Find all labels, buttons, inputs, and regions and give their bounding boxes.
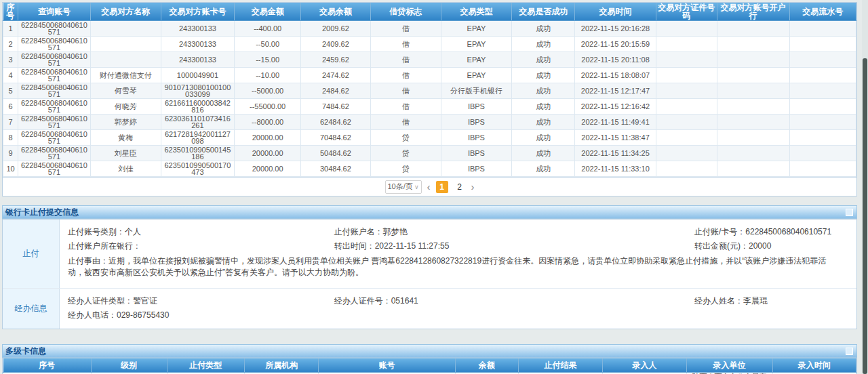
cell-counterparty-id (656, 161, 717, 177)
cell-type: 分行版手机银行 (441, 83, 512, 99)
transactions-table: 序号查询账号交易对方名称交易对方账卡号交易金额交易余额借贷标志交易类型交易是否成… (3, 3, 856, 177)
cell-debit-credit-flag: 借 (370, 115, 441, 130)
cell-counterparty-id (656, 52, 717, 68)
cell-serial (789, 99, 856, 115)
cell-seq: 1 (3, 21, 18, 37)
cell-counterparty-name: 刘佳 (90, 161, 161, 177)
cell-debit-credit-flag: 借 (370, 52, 441, 68)
stop-payment-section-bar: 银行卡止付提交信息 (2, 205, 857, 219)
cell-debit-credit-flag: 贷 (370, 130, 441, 146)
cell-success: 成功 (512, 68, 575, 83)
field-value (334, 310, 694, 320)
cell-query-account: 6228450068040610571 (18, 68, 91, 83)
page-2-button[interactable]: 2 (454, 181, 466, 193)
cell-counterparty-bank (717, 161, 789, 177)
cell-serial (789, 52, 856, 68)
cell-counterparty-id (656, 146, 717, 161)
column-header: 余额 (455, 358, 518, 372)
vertical-scrollbar[interactable] (862, 0, 868, 374)
stop-payment-label: 止付 (3, 220, 60, 288)
transactions-panel: 序号查询账号交易对方名称交易对方账卡号交易金额交易余额借贷标志交易类型交易是否成… (2, 2, 857, 178)
cell-seq: 3 (3, 52, 18, 68)
cell-type: IBPS (441, 99, 512, 115)
cell-amount: 20000.00 (235, 161, 301, 177)
cell-counterparty-card: 1000049901 (161, 68, 235, 83)
cell-seq: 9 (3, 146, 18, 161)
cell-success: 成功 (512, 37, 575, 52)
page-1-button[interactable]: 1 (436, 181, 448, 193)
cell-balance: 2484.62 (301, 83, 371, 99)
cell-amount: --400.00 (235, 21, 301, 37)
chevron-down-icon: ∨ (414, 184, 419, 190)
handler-fields: 经办人证件类型：警官证 经办人证件号：051641 经办人姓名：李晨琨 经办人电… (68, 296, 851, 320)
cell-time: 2022-11-15 11:33:10 (575, 161, 656, 177)
cell-counterparty-name (90, 52, 161, 68)
page-size-label: 10条/页 (388, 182, 414, 192)
cell-query-account: 6228450068040610571 (18, 83, 91, 99)
cell-counterparty-card: 6230361101073416261 (161, 115, 235, 130)
cell-success: 成功 (512, 161, 575, 177)
column-header: 交易对方账号开户行 (717, 3, 789, 21)
cell-counterparty-name: 黄梅 (90, 130, 161, 146)
cell-counterparty-bank (717, 68, 789, 83)
field-value: 止付账户所在银行： (68, 241, 334, 251)
field-line: 止付账户所在银行： 转出时间：2022-11-15 11:27:55 转出金额(… (68, 241, 851, 251)
cell-counterparty-id (656, 83, 717, 99)
scrollbar-thumb[interactable] (863, 58, 867, 374)
cell-balance: 70484.62 (301, 130, 371, 146)
column-header: 交易对方名称 (90, 3, 161, 21)
table-row: 1 6228450068040610571 243300133 --400.00… (3, 21, 856, 37)
transactions-body: 1 6228450068040610571 243300133 --400.00… (3, 21, 856, 177)
cell-counterparty-name (90, 37, 161, 52)
column-header: 查询账号 (18, 3, 91, 21)
cell-counterparty-card: 6216611600003842816 (161, 99, 235, 115)
cell-counterparty-bank (717, 130, 789, 146)
next-page-button[interactable]: › (471, 181, 475, 193)
cell-seq: 10 (3, 161, 18, 177)
cell-debit-credit-flag: 借 (370, 37, 441, 52)
collapse-icon[interactable] (846, 209, 853, 216)
cell-counterparty-name: 何雪琴 (90, 83, 161, 99)
column-header: 所属机构 (244, 358, 318, 372)
cell-counterparty-id (656, 21, 717, 37)
cell-time: 2022-11-15 20:15:59 (575, 37, 656, 52)
prev-page-button[interactable]: ‹ (427, 181, 431, 193)
column-header: 交易金额 (235, 3, 301, 21)
column-header: 序号 (3, 358, 92, 372)
cell-balance: 30484.62 (301, 161, 371, 177)
column-header: 交易类型 (441, 3, 512, 21)
cell-query-account: 6228450068040610571 (18, 99, 91, 115)
cell-time: 2022-11-15 20:11:08 (575, 52, 656, 68)
section-title: 多级卡信息 (5, 346, 46, 357)
cell-time: 2022-11-15 11:49:41 (575, 115, 656, 130)
cell-debit-credit-flag: 借 (370, 21, 441, 37)
stop-payment-fields: 止付账号类别：个人 止付账户名：郭梦艳 止付账/卡号：6228450068040… (68, 227, 851, 251)
cell-balance: 2409.62 (301, 37, 371, 52)
cell-serial (789, 161, 856, 177)
page-size-select[interactable]: 10条/页 ∨ (385, 180, 422, 194)
table-row: 3 6228450068040610571 243300133 --15.00 … (3, 52, 856, 68)
field-value: 转出时间：2022-11-15 11:27:55 (334, 241, 694, 251)
cell-counterparty-bank (717, 146, 789, 161)
cell-success: 成功 (512, 115, 575, 130)
cell-success: 成功 (512, 83, 575, 99)
multilevel-card-panel: 序号级别止付类型所属机构账号余额止付结果录入人录入单位录入时间 1 一级 第三方… (2, 358, 857, 374)
cell-debit-credit-flag: 借 (370, 68, 441, 83)
cell-counterparty-bank (717, 37, 789, 52)
column-header: 交易对方证件号码 (656, 3, 717, 21)
cell-counterparty-name: 刘星臣 (90, 146, 161, 161)
cell-seq: 2 (3, 37, 18, 52)
cell-counterparty-id (656, 68, 717, 83)
column-header: 录入人 (603, 358, 686, 372)
collapse-icon[interactable] (846, 348, 853, 355)
cell-query-account: 6228450068040610571 (18, 52, 91, 68)
field-value: 止付账/卡号：6228450068040610571 (694, 227, 851, 236)
cell-success: 成功 (512, 146, 575, 161)
cell-balance: 2459.62 (301, 52, 371, 68)
cell-time: 2022-11-15 11:34:25 (575, 146, 656, 161)
cell-seq: 4 (3, 68, 18, 83)
column-header: 交易余额 (301, 3, 371, 21)
cell-query-account: 6228450068040610571 (18, 130, 91, 146)
cell-counterparty-bank (717, 115, 789, 130)
cell-counterparty-card: 6235010990500145186 (161, 146, 235, 161)
